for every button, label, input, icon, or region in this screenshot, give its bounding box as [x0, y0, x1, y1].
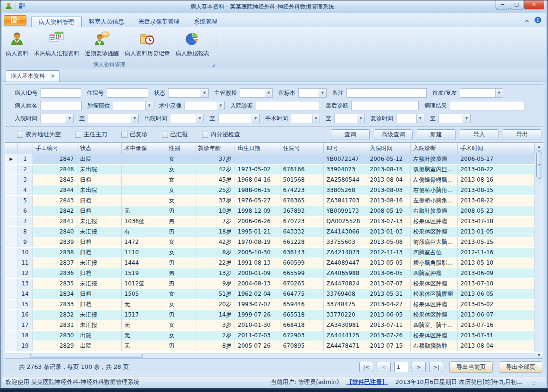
chevron-down-icon[interactable]: ▼ [145, 101, 153, 110]
action-button[interactable]: 高级查询 [374, 129, 413, 140]
chevron-down-icon[interactable]: ▼ [201, 89, 208, 97]
checkbox-icon[interactable] [75, 132, 81, 138]
resize-grip[interactable] [530, 380, 536, 385]
ribbon-tab[interactable]: 病人资料管理 [31, 16, 82, 27]
table-row[interactable]: 52843归档女37岁1976-05-27676365ZA38417032013… [5, 195, 535, 206]
text-input[interactable] [450, 101, 524, 110]
filter-checkbox[interactable]: 胶片地址为空 [17, 131, 61, 139]
column-header[interactable]: 性别 [166, 143, 195, 154]
scroll-thumb[interactable] [536, 151, 542, 179]
ribbon-tab[interactable]: 科室人员信息 [82, 16, 131, 27]
scroll-down-icon[interactable]: ▼ [535, 351, 543, 359]
text-input[interactable] [351, 101, 419, 110]
chevron-down-icon[interactable]: ▼ [252, 114, 259, 123]
table-row[interactable]: 72841未汇报1036蓝男7岁2006-06-26670723QA002552… [5, 216, 535, 226]
ribbon-button[interactable]: 病人资料历史记录 [122, 29, 173, 59]
combo-box[interactable]: ▼ [168, 88, 209, 98]
table-row[interactable]: 142834归档1505女51岁1962-02-0466477533769408… [5, 289, 535, 299]
table-row[interactable]: 42844未出院女25岁1988-06-15674223338052682013… [5, 185, 535, 195]
filter-checkbox[interactable]: 已复诊 [121, 131, 148, 139]
combo-box[interactable]: ▼ [438, 114, 471, 123]
column-header[interactable]: 术中录像 [121, 143, 166, 154]
combo-box[interactable]: ▼ [298, 88, 327, 98]
chevron-down-icon[interactable]: ▼ [495, 89, 503, 97]
table-row[interactable]: 112837未汇报1444男22岁1991-08-13660599ZA40894… [5, 258, 535, 268]
chevron-down-icon[interactable]: ▼ [265, 89, 272, 97]
first-page-button[interactable]: |< [359, 362, 373, 372]
action-button[interactable]: 查询 [331, 129, 370, 140]
checkbox-icon[interactable] [162, 132, 168, 138]
ribbon-button[interactable]: 病人数据报表 [173, 29, 212, 59]
filter-checkbox[interactable]: 已汇报 [162, 131, 188, 139]
combo-box[interactable]: ▼ [113, 101, 153, 110]
chevron-down-icon[interactable]: ▼ [312, 114, 320, 123]
column-header[interactable]: 状态 [77, 143, 121, 154]
table-row[interactable]: ▶12847出院女37岁YB00721472006-05-12左额叶胶质瘤200… [5, 154, 535, 164]
checkbox-icon[interactable] [202, 132, 208, 138]
scroll-up-icon[interactable]: ▲ [535, 143, 543, 150]
table-row[interactable]: 32845归档女45岁1968-04-16501568ZA25805442013… [5, 175, 535, 185]
export-all-pages-button[interactable]: 导出全部页 [499, 361, 542, 373]
checkbox-icon[interactable] [121, 132, 127, 138]
filter-checkbox[interactable]: 主任主刀 [75, 131, 107, 139]
text-input[interactable] [346, 88, 427, 98]
app-menu-button[interactable] [4, 15, 26, 25]
combo-box[interactable]: ▼ [218, 114, 260, 123]
column-header[interactable]: 手工编号 [33, 143, 77, 154]
ribbon-button[interactable]: 术后病人汇报资料 [31, 29, 82, 59]
table-row[interactable]: 102838归档1110女8岁2005-10-30636143ZA4214073… [5, 247, 535, 258]
info-icon[interactable] [534, 17, 541, 25]
action-button[interactable]: 新建 [417, 129, 455, 140]
chevron-down-icon[interactable]: ▼ [66, 114, 73, 123]
filter-checkbox[interactable]: 内分泌检查 [202, 131, 240, 139]
column-header[interactable] [5, 143, 17, 154]
action-button[interactable]: 导入 [460, 129, 498, 140]
action-button[interactable]: 导出 [503, 129, 541, 140]
tab-patient-basic-data[interactable]: 病人基本资料 ✕ [6, 70, 60, 82]
dialog-launcher-icon[interactable]: ◢ [212, 63, 215, 67]
column-header[interactable]: 住院号 [280, 143, 323, 154]
table-row[interactable]: 122836归档1519男13岁2000-01-09665599ZA406598… [5, 268, 535, 278]
chevron-down-icon[interactable]: ▼ [217, 101, 224, 110]
chevron-down-icon[interactable]: ▼ [416, 114, 424, 123]
table-row[interactable]: 162832未汇报1517男14岁1999-07-266655183377022… [5, 309, 535, 320]
column-header[interactable] [17, 143, 33, 154]
combo-box[interactable]: ▼ [185, 101, 225, 110]
combo-box[interactable]: ▼ [170, 114, 204, 123]
combo-box[interactable]: ▼ [40, 114, 74, 123]
ribbon-tab[interactable]: 光盘录像带管理 [131, 16, 187, 27]
close-tab-icon[interactable]: ✕ [51, 73, 55, 79]
chevron-down-icon[interactable]: ▼ [463, 114, 470, 123]
checkbox-icon[interactable] [17, 132, 23, 138]
combo-box[interactable]: ▼ [240, 88, 273, 98]
text-input[interactable] [107, 88, 148, 98]
maximize-button[interactable]: □ [510, 0, 523, 9]
page-number-input[interactable] [394, 362, 408, 372]
table-row[interactable]: 182830出院无女2岁2011-07-03672903ZA4444125201… [5, 330, 535, 341]
table-row[interactable]: 22846未出院女42岁1971-05-02676166339040732013… [5, 164, 535, 175]
text-input[interactable] [41, 88, 81, 98]
table-row[interactable]: 62842归档无男10岁1998-12-09367893YB0099173200… [5, 206, 535, 216]
combo-box[interactable]: ▼ [460, 88, 503, 98]
chevron-down-icon[interactable]: ▼ [319, 89, 326, 97]
minimize-button[interactable]: ─ [496, 0, 509, 9]
column-header[interactable]: 入院诊断 [410, 143, 457, 154]
table-row[interactable]: 92839归档1472女42岁1970-08-19661228337556032… [5, 237, 535, 247]
license-link[interactable]: 【软件已注册】 [346, 378, 388, 386]
horizontal-scrollbar[interactable] [5, 353, 535, 359]
text-input[interactable] [256, 101, 320, 110]
combo-box[interactable]: ▼ [396, 114, 424, 123]
column-header[interactable]: ID号 [323, 143, 367, 154]
last-page-button[interactable]: >| [429, 362, 443, 372]
table-row[interactable]: 172831未汇报无女3岁2010-01-30668418ZA343098120… [5, 320, 535, 330]
combo-box[interactable]: ▼ [88, 114, 139, 123]
column-header[interactable]: 就诊年龄 [195, 143, 235, 154]
table-row[interactable]: 152833归档无女20岁1993-07-0765944633748475201… [5, 299, 535, 309]
chevron-down-icon[interactable]: ▼ [131, 114, 138, 123]
column-header[interactable]: 入院时间 [367, 143, 410, 154]
prev-page-button[interactable]: < [377, 362, 391, 372]
hscroll-thumb[interactable] [30, 354, 143, 358]
ribbon-button[interactable]: 近期复诊提醒 [82, 29, 122, 59]
chevron-down-icon[interactable]: ▼ [357, 114, 364, 123]
layout-icon[interactable] [19, 2, 26, 11]
